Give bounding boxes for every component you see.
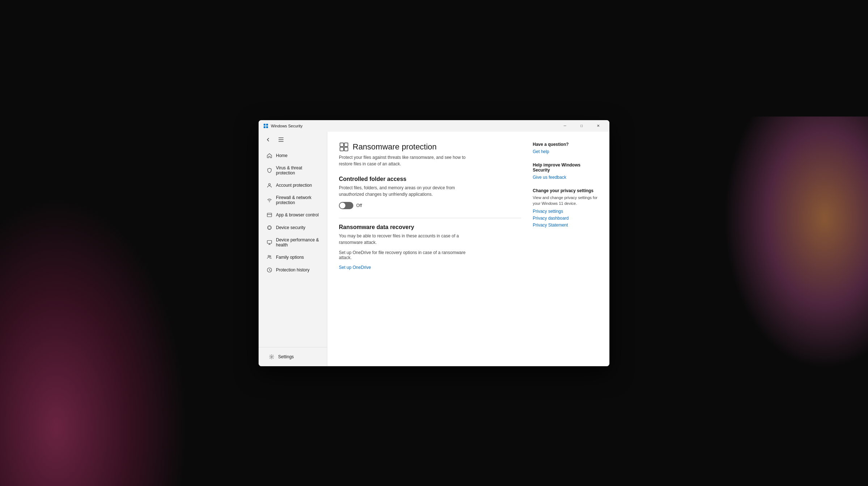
- svg-rect-30: [344, 143, 348, 147]
- sidebar-item-app-browser-label: App & browser control: [276, 212, 319, 217]
- browser-icon: [267, 212, 272, 218]
- privacy-statement-link[interactable]: Privacy Statement: [533, 222, 598, 229]
- toggle-row: Off: [339, 202, 521, 209]
- feedback-heading: Help improve Windows Security: [533, 162, 598, 173]
- minimize-button[interactable]: ─: [557, 120, 573, 132]
- app-icon: [263, 123, 269, 129]
- sidebar-top: [259, 132, 327, 148]
- svg-rect-4: [278, 138, 284, 138]
- background-glow-left: [0, 196, 188, 486]
- sidebar-item-account-label: Account protection: [276, 183, 312, 188]
- sidebar-item-family[interactable]: Family options: [261, 251, 325, 263]
- close-button[interactable]: ✕: [590, 120, 607, 132]
- sidebar-item-app-browser[interactable]: App & browser control: [261, 209, 325, 221]
- sidebar-item-device-security-label: Device security: [276, 225, 305, 230]
- privacy-section: Change your privacy settings View and ch…: [533, 188, 598, 229]
- sidebar-item-device-performance-label: Device performance & health: [276, 237, 319, 248]
- svg-rect-0: [264, 124, 265, 126]
- sidebar-item-device-security[interactable]: Device security: [261, 221, 325, 234]
- svg-rect-1: [266, 124, 268, 126]
- background-glow-right: [723, 117, 868, 370]
- back-button[interactable]: [263, 135, 273, 145]
- svg-rect-3: [266, 126, 268, 128]
- svg-rect-8: [267, 213, 272, 217]
- have-a-question-heading: Have a question?: [533, 142, 598, 147]
- svg-point-7: [269, 183, 271, 185]
- sidebar-item-account[interactable]: Account protection: [261, 179, 325, 191]
- page-subtitle: Protect your files against threats like …: [339, 154, 476, 167]
- controlled-folder-toggle[interactable]: [339, 202, 353, 209]
- sidebar-item-protection-history-label: Protection history: [276, 267, 310, 272]
- sidebar-bottom: Settings: [259, 347, 327, 366]
- give-feedback-link[interactable]: Give us feedback: [533, 174, 598, 181]
- title-bar: Windows Security ─ □ ✕: [259, 120, 609, 132]
- menu-button[interactable]: [276, 135, 286, 145]
- recovery-note: Set up OneDrive for file recovery option…: [339, 250, 476, 260]
- shield-icon: [267, 168, 272, 173]
- privacy-description: View and change privacy settings for you…: [533, 195, 598, 207]
- have-a-question-section: Have a question? Get help: [533, 142, 598, 155]
- controlled-folder-description: Protect files, folders, and memory areas…: [339, 185, 476, 198]
- section-divider: [339, 218, 521, 218]
- sidebar-item-settings-label: Settings: [278, 354, 294, 359]
- sidebar-item-virus-label: Virus & threat protection: [276, 165, 319, 176]
- settings-icon: [269, 354, 275, 360]
- sidebar-item-device-performance[interactable]: Device performance & health: [261, 234, 325, 251]
- main-content: Ransomware protection Protect your files…: [327, 132, 609, 366]
- content-left: Ransomware protection Protect your files…: [339, 142, 521, 356]
- person-icon: [267, 182, 272, 188]
- recovery-description: You may be able to recover files in thes…: [339, 233, 465, 246]
- svg-rect-29: [340, 143, 344, 147]
- title-bar-left: Windows Security: [263, 123, 302, 129]
- sidebar-item-home[interactable]: Home: [261, 149, 325, 162]
- sidebar-item-firewall[interactable]: Firewall & network protection: [261, 192, 325, 208]
- windows-security-window: Windows Security ─ □ ✕: [259, 120, 609, 366]
- svg-rect-2: [264, 126, 265, 128]
- controlled-folder-title: Controlled folder access: [339, 176, 521, 182]
- recovery-title: Ransomware data recovery: [339, 224, 521, 231]
- page-header: Ransomware protection: [339, 142, 521, 152]
- svg-point-27: [270, 255, 271, 257]
- wifi-icon: [267, 197, 272, 203]
- sidebar-item-home-label: Home: [276, 153, 288, 158]
- cpu-icon: [267, 225, 272, 231]
- setup-onedrive-link[interactable]: Set up OneDrive: [339, 265, 371, 270]
- svg-rect-31: [340, 147, 344, 151]
- sidebar-item-protection-history[interactable]: Protection history: [261, 264, 325, 276]
- sidebar-item-settings[interactable]: Settings: [263, 351, 323, 363]
- history-icon: [267, 267, 272, 273]
- sidebar: Home Virus & threat protection: [259, 132, 327, 366]
- toggle-knob: [340, 203, 345, 208]
- sidebar-nav: Home Virus & threat protection: [259, 148, 327, 347]
- home-icon: [267, 153, 272, 159]
- svg-rect-5: [278, 139, 284, 140]
- content-right: Have a question? Get help Help improve W…: [533, 142, 598, 356]
- sidebar-item-virus[interactable]: Virus & threat protection: [261, 162, 325, 179]
- feedback-section: Help improve Windows Security Give us fe…: [533, 162, 598, 181]
- page-header-icon: [339, 142, 349, 152]
- window-body: Home Virus & threat protection: [259, 132, 609, 366]
- svg-rect-10: [268, 226, 271, 229]
- title-bar-controls: ─ □ ✕: [557, 120, 607, 132]
- get-help-link[interactable]: Get help: [533, 148, 598, 155]
- toggle-label: Off: [356, 203, 362, 208]
- svg-point-28: [271, 356, 272, 358]
- svg-rect-32: [344, 147, 348, 151]
- privacy-settings-link[interactable]: Privacy settings: [533, 208, 598, 215]
- window-title: Windows Security: [271, 124, 302, 128]
- svg-point-26: [268, 255, 269, 257]
- family-icon: [267, 254, 272, 260]
- sidebar-item-family-label: Family options: [276, 255, 304, 260]
- monitor-icon: [267, 240, 272, 245]
- svg-rect-23: [267, 240, 272, 243]
- privacy-dashboard-link[interactable]: Privacy dashboard: [533, 215, 598, 222]
- maximize-button[interactable]: □: [573, 120, 590, 132]
- sidebar-item-firewall-label: Firewall & network protection: [276, 195, 319, 205]
- privacy-heading: Change your privacy settings: [533, 188, 598, 193]
- page-title: Ransomware protection: [353, 142, 437, 152]
- svg-rect-6: [278, 141, 284, 142]
